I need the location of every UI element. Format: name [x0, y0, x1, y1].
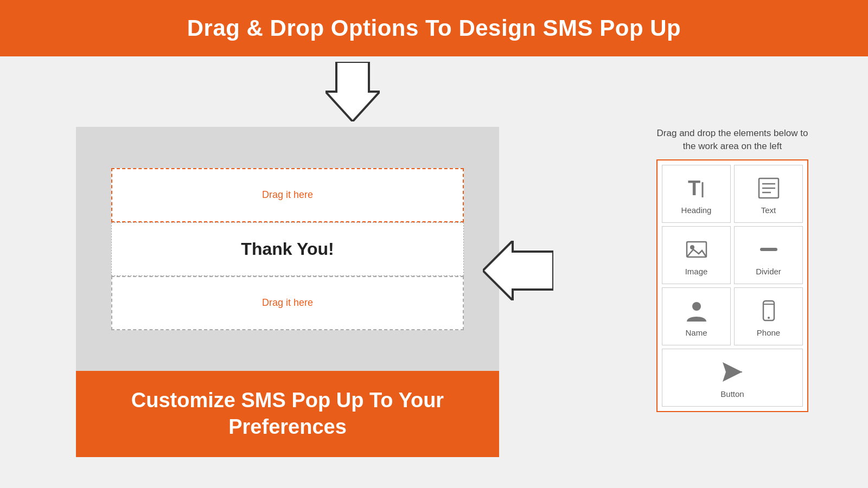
- content-heading: Thank You!: [241, 239, 334, 259]
- heading-icon: T: [684, 175, 710, 201]
- name-label: Name: [685, 328, 707, 337]
- drop-zone-top-label: Drag it here: [262, 189, 313, 201]
- text-label: Text: [761, 206, 776, 215]
- element-phone[interactable]: Phone: [734, 287, 803, 345]
- elements-grid: T Heading Text: [656, 159, 808, 412]
- element-text[interactable]: Text: [734, 165, 803, 223]
- button-label: Button: [720, 389, 744, 399]
- name-icon: [684, 298, 710, 324]
- divider-label: Divider: [756, 267, 781, 276]
- drop-zone-bottom-label: Drag it here: [262, 297, 313, 309]
- element-heading[interactable]: T Heading: [662, 165, 731, 223]
- image-icon: [684, 236, 710, 262]
- svg-marker-1: [483, 241, 553, 300]
- right-panel: Drag and drop the elements below to the …: [656, 127, 808, 412]
- svg-point-13: [768, 317, 770, 319]
- svg-text:T: T: [688, 177, 700, 200]
- text-icon: [756, 175, 782, 201]
- svg-marker-0: [326, 62, 380, 121]
- top-header: Drag & Drop Options To Design SMS Pop Up: [0, 0, 868, 56]
- arrow-down-indicator: [326, 62, 380, 124]
- button-icon: [719, 359, 745, 385]
- drop-zone-top[interactable]: Drag it here: [111, 168, 464, 222]
- bottom-bar: Customize SMS Pop Up To Your Preferences: [76, 371, 499, 457]
- popup-preview-area: Drag it here Thank You! Drag it here: [76, 127, 499, 371]
- heading-label: Heading: [681, 206, 712, 215]
- header-title: Drag & Drop Options To Design SMS Pop Up: [11, 15, 857, 41]
- divider-icon: [756, 236, 782, 262]
- svg-point-9: [690, 245, 694, 249]
- svg-point-11: [692, 302, 701, 311]
- element-image[interactable]: Image: [662, 226, 731, 284]
- image-label: Image: [685, 267, 708, 276]
- element-divider[interactable]: Divider: [734, 226, 803, 284]
- element-name[interactable]: Name: [662, 287, 731, 345]
- phone-label: Phone: [757, 328, 780, 337]
- svg-rect-10: [760, 248, 777, 251]
- phone-icon: [756, 298, 782, 324]
- left-panel: Drag it here Thank You! Drag it here Cus…: [76, 127, 499, 486]
- drop-zone-bottom[interactable]: Drag it here: [111, 276, 464, 330]
- right-panel-description: Drag and drop the elements below to the …: [656, 127, 808, 153]
- bottom-bar-title: Customize SMS Pop Up To Your Preferences: [98, 387, 477, 441]
- element-button[interactable]: Button: [662, 349, 803, 407]
- main-content: Drag it here Thank You! Drag it here Cus…: [0, 56, 868, 486]
- svg-rect-8: [687, 242, 706, 257]
- content-block: Thank You!: [111, 222, 464, 276]
- arrow-left-indicator: [483, 241, 553, 303]
